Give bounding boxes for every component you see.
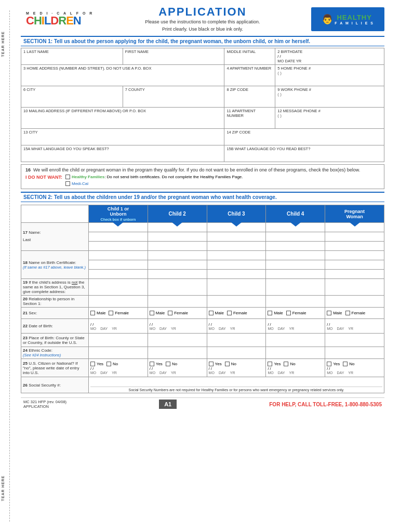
r18-child1-first[interactable] bbox=[89, 260, 148, 270]
r21-c2-male-cb[interactable] bbox=[150, 311, 154, 315]
r25-c3-yes-cb[interactable] bbox=[209, 362, 214, 366]
r18-child2-last[interactable] bbox=[148, 251, 207, 260]
r18-child2-middle[interactable] bbox=[148, 270, 207, 279]
r21-c3-male-cb[interactable] bbox=[209, 311, 214, 315]
r17-child4-first[interactable] bbox=[266, 232, 325, 242]
hf-checkbox[interactable] bbox=[65, 175, 70, 179]
r25-child2[interactable]: Yes No // MODAYYR bbox=[148, 359, 207, 377]
r25-child3[interactable]: Yes No // MODAYYR bbox=[207, 359, 266, 377]
field7-value[interactable] bbox=[125, 92, 222, 101]
field6-value[interactable] bbox=[23, 92, 121, 101]
r18-child4-first[interactable] bbox=[266, 260, 325, 270]
field9-value[interactable] bbox=[277, 97, 382, 106]
r21-child3[interactable]: Male Female bbox=[207, 308, 266, 319]
r25-c4-yes-cb[interactable] bbox=[268, 362, 272, 366]
field1-value[interactable] bbox=[23, 54, 121, 63]
field12-value[interactable] bbox=[277, 118, 382, 127]
r20-child4[interactable] bbox=[266, 296, 325, 308]
r17-child2-middle[interactable] bbox=[148, 242, 207, 251]
r21-c1-male-cb[interactable] bbox=[90, 311, 95, 315]
r25-pw-no-cb[interactable] bbox=[343, 362, 348, 366]
r17-child2-first[interactable] bbox=[148, 232, 207, 242]
r21-child1[interactable]: Male Female bbox=[89, 308, 148, 319]
r25-c3-no-cb[interactable] bbox=[225, 362, 230, 366]
r23-child3[interactable] bbox=[207, 334, 266, 347]
r21-child2[interactable]: Male Female bbox=[148, 308, 207, 319]
r19-child1[interactable] bbox=[89, 279, 148, 296]
r21-c1-female-cb[interactable] bbox=[109, 311, 113, 315]
r22-child2[interactable]: // MODAYYR bbox=[148, 319, 207, 334]
r18-child3-first[interactable] bbox=[207, 260, 266, 270]
r24-pregnant[interactable] bbox=[325, 347, 384, 359]
r20-child3[interactable] bbox=[207, 296, 266, 308]
r18-child4-middle[interactable] bbox=[266, 270, 325, 279]
r25-c2-no-cb[interactable] bbox=[166, 362, 170, 366]
r25-c2-yes-cb[interactable] bbox=[150, 362, 154, 366]
r24-child3[interactable] bbox=[207, 347, 266, 359]
r20-pregnant[interactable] bbox=[325, 296, 384, 308]
r17-child1-first[interactable] bbox=[89, 232, 148, 242]
r21-pregnant[interactable]: Male Female bbox=[325, 308, 384, 319]
field14-value[interactable] bbox=[226, 135, 382, 144]
field15a-value[interactable] bbox=[23, 151, 222, 161]
r18-child1-last[interactable] bbox=[89, 251, 148, 260]
r21-c4-female-cb[interactable] bbox=[286, 311, 291, 315]
field11-value[interactable] bbox=[226, 118, 273, 127]
r25-c1-yes-cb[interactable] bbox=[90, 362, 95, 366]
r19-pregnant[interactable] bbox=[325, 279, 384, 296]
r17-child3-middle[interactable] bbox=[207, 242, 266, 251]
field15b-value[interactable] bbox=[226, 151, 382, 161]
r18-pregnant-middle[interactable] bbox=[325, 270, 384, 279]
r18-child2-first[interactable] bbox=[148, 260, 207, 270]
r25-c4-no-cb[interactable] bbox=[284, 362, 288, 366]
field3-value[interactable] bbox=[23, 71, 222, 80]
field1c-value[interactable] bbox=[226, 54, 273, 63]
r24-child4[interactable] bbox=[266, 347, 325, 359]
r22-child4[interactable]: // MODAYYR bbox=[266, 319, 325, 334]
r25-c1-no-cb[interactable] bbox=[106, 362, 111, 366]
mc-checkbox[interactable] bbox=[65, 181, 70, 186]
r18-child1-middle[interactable] bbox=[89, 270, 148, 279]
r22-pregnant[interactable]: // MODAYYR bbox=[325, 319, 384, 334]
field10-value[interactable] bbox=[23, 113, 222, 123]
r24-child2[interactable] bbox=[148, 347, 207, 359]
field4-value[interactable] bbox=[226, 71, 273, 80]
r23-pregnant[interactable] bbox=[325, 334, 384, 347]
r20-child2[interactable] bbox=[148, 296, 207, 308]
r25-pw-yes-cb[interactable] bbox=[327, 362, 331, 366]
r21-child4[interactable]: Male Female bbox=[266, 308, 325, 319]
r21-pw-female-cb[interactable] bbox=[345, 311, 350, 315]
field13-value[interactable] bbox=[23, 135, 222, 144]
r23-child1[interactable] bbox=[89, 334, 148, 347]
r21-pw-male-cb[interactable] bbox=[327, 311, 331, 315]
r21-c2-female-cb[interactable] bbox=[168, 311, 172, 315]
r21-c4-male-cb[interactable] bbox=[268, 311, 272, 315]
r25-child4[interactable]: Yes No // MODAYYR bbox=[266, 359, 325, 377]
r21-c3-female-cb[interactable] bbox=[227, 311, 232, 315]
r18-pregnant-first[interactable] bbox=[325, 260, 384, 270]
r17-child1-middle[interactable] bbox=[89, 242, 148, 251]
field8-value[interactable] bbox=[226, 92, 273, 101]
r19-child3[interactable] bbox=[207, 279, 266, 296]
field2-date[interactable]: / / bbox=[277, 54, 382, 59]
r19-child4[interactable] bbox=[266, 279, 325, 296]
r17-pregnant-middle[interactable] bbox=[325, 242, 384, 251]
r24-child1[interactable] bbox=[89, 347, 148, 359]
r17-pregnant-first[interactable] bbox=[325, 232, 384, 242]
r23-child4[interactable] bbox=[266, 334, 325, 347]
r18-child3-middle[interactable] bbox=[207, 270, 266, 279]
r19-child2[interactable] bbox=[148, 279, 207, 296]
r22-child1[interactable]: // MO DAY YR bbox=[89, 319, 148, 334]
r25-pregnant[interactable]: Yes No // MODAYYR bbox=[325, 359, 384, 377]
r25-child1[interactable]: Yes No // MODAYYR bbox=[89, 359, 148, 377]
r18-child4-last[interactable] bbox=[266, 251, 325, 260]
r23-child2[interactable] bbox=[148, 334, 207, 347]
r20-child1[interactable] bbox=[89, 296, 148, 308]
r26-all[interactable]: Social Security Numbers are not required… bbox=[89, 377, 384, 393]
r17-child4-middle[interactable] bbox=[266, 242, 325, 251]
r17-child3-first[interactable] bbox=[207, 232, 266, 242]
r22-child3[interactable]: // MODAYYR bbox=[207, 319, 266, 334]
field1b-value[interactable] bbox=[125, 54, 222, 63]
r18-pregnant-last[interactable] bbox=[325, 251, 384, 260]
field5-value[interactable] bbox=[277, 75, 382, 85]
